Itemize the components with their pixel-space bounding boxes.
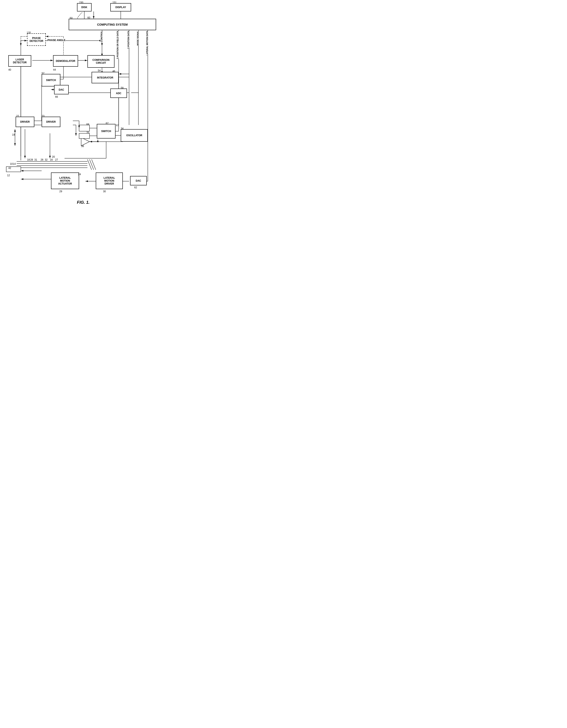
svg-marker-93 [21,178,23,180]
svg-line-51 [92,159,96,170]
ref-150: 150 [79,1,83,4]
disk-box: DISK [77,3,92,11]
ref-27: 27 [55,158,58,161]
diagram-container: DISK 150 DISPLAY 151 COMPUTING SYSTEM 50… [0,0,162,219]
display-box: DISPLAY [110,3,131,11]
demodulator-box: DEMODULATOR [53,55,78,67]
ref-46: 46 [112,70,115,73]
ref-16: 16 [50,158,53,161]
ref-10: 10 [10,162,13,165]
ref-18: 18 [27,158,30,161]
ref-30: 30 [103,190,106,193]
switch-67-box: SWITCH [97,124,116,139]
ref-36: 36 [81,145,84,148]
ref-14: 14 [13,162,16,165]
ref-50: 50 [70,17,72,20]
ref-32: 32 [45,158,47,161]
ref-34b: 34 [121,127,124,130]
ref-24: 24 [78,173,81,176]
ref-58: 58 [121,86,124,89]
svg-line-50 [90,159,94,170]
ref-28: 28 [30,158,33,161]
ref-54: 54 [98,69,101,72]
svg-marker-40 [14,143,16,145]
ref-31: 31 [34,158,37,161]
svg-marker-54 [21,170,23,172]
ref-66: 66 [55,95,58,98]
ref-62: 62 [134,186,137,189]
ref-151: 151 [112,1,117,4]
svg-marker-77 [46,36,48,37]
dac-62-box: DAC [130,176,147,185]
z-position-field-label: Z-POSITION OR FIELD DATA [117,31,119,59]
svg-marker-99 [75,133,77,135]
ref-23: 23 [42,115,44,117]
ref-67: 67 [106,122,109,125]
ref-12: 12 [7,174,10,177]
ref-57: 57 [42,72,44,75]
svg-marker-13 [51,60,53,61]
ref-29: 29 [59,190,62,193]
ref-19: 19 [12,133,15,136]
svg-marker-91 [86,180,88,182]
ref-60: 60 [87,16,90,19]
oscillator-box: OSCILLATOR [121,129,148,142]
dac-top-box: DAC [54,85,69,94]
svg-marker-44 [49,156,51,158]
ref-42: 42 [8,167,11,170]
ref-26: 26 [41,158,43,161]
ref-22: 22 [16,115,19,117]
ref-40: 40 [8,68,11,71]
svg-marker-55 [81,137,90,146]
svg-line-49 [87,159,92,170]
svg-marker-84 [119,73,121,75]
z-position-data-label: Z-POSITION DATA [127,31,130,49]
svg-marker-96 [78,126,80,128]
mode-signal-label: MODE SIGNAL [137,31,139,46]
ref-20: 20 [52,155,55,158]
switch-top-box: SWITCH [42,74,60,86]
svg-marker-18 [85,60,87,61]
ref-120: 120 [27,31,31,34]
svg-marker-73 [20,43,22,45]
svg-marker-102 [97,140,99,142]
laser-detector-box: LASER DETECTOR [8,55,31,67]
svg-marker-3 [93,16,95,18]
fig-label: FIG. 1. [62,200,104,205]
svg-marker-16 [25,40,27,41]
phase-detector-box: PHASE DETECTOR [27,33,46,46]
lateral-motion-actuator-box: LATERAL MOTION ACTUATOR [51,172,79,189]
svg-marker-39 [14,130,16,132]
integrator-box: INTEGRATOR [92,72,119,83]
svg-marker-65 [90,141,92,142]
adc-box: ADC [110,89,127,98]
driver-22-box: DRIVER [16,117,34,127]
ref-44: 44 [53,68,56,71]
svg-marker-31 [51,89,54,90]
driver-23-box: DRIVER [42,117,60,127]
ref-34: 67 [116,124,119,127]
lateral-motion-data-label: LATERAL MOTION DATA [146,31,148,55]
svg-marker-42 [24,156,26,158]
svg-rect-56 [79,125,90,131]
ref-70: 70 [86,131,89,134]
svg-marker-5 [101,43,103,45]
lateral-motion-driver-box: LATERAL MOTION DRIVER [96,172,123,189]
phase-angle-label: PHASE ANGLE [47,39,65,42]
computing-system-box: COMPUTING SYSTEM [69,19,156,30]
comparison-circuit-box: COMPARISON CIRCUIT [87,55,115,68]
control-label: CONTROL [100,31,103,42]
ref-68: 68 [86,123,89,126]
